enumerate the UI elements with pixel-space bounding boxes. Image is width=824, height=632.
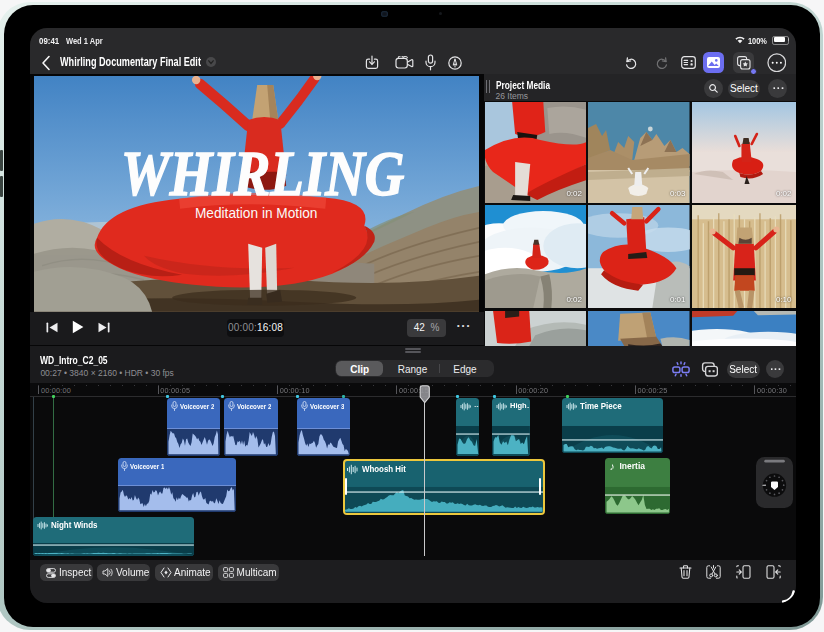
svg-text:WHIRLING: WHIRLING <box>121 138 404 209</box>
svg-text:Meditation in Motion: Meditation in Motion <box>195 204 318 221</box>
